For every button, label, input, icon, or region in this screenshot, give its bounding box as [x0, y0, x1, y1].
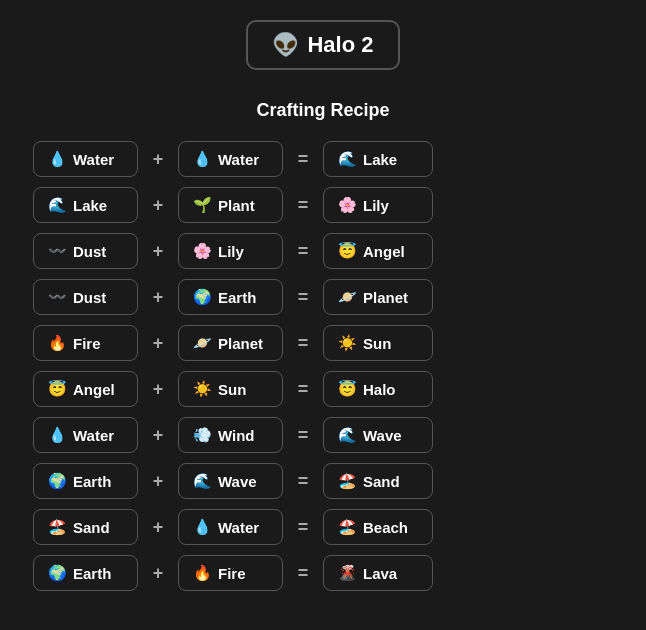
title-box: 👽 Halo 2 — [246, 20, 399, 70]
title-label: Halo 2 — [307, 32, 373, 58]
ingredient-a: 💧 Water — [33, 141, 138, 177]
result-box: 🌊 Lake — [323, 141, 433, 177]
ingredient-b: 💧 Water — [178, 509, 283, 545]
ingredient-a-icon: 🌍 — [48, 472, 67, 490]
result-icon: 😇 — [338, 242, 357, 260]
plus-operator: + — [150, 563, 166, 584]
equals-operator: = — [295, 333, 311, 354]
equals-operator: = — [295, 471, 311, 492]
result-label: Beach — [363, 519, 408, 536]
ingredient-b-label: Water — [218, 519, 259, 536]
equals-operator: = — [295, 149, 311, 170]
ingredient-a-label: Angel — [73, 381, 115, 398]
ingredient-a: 🌍 Earth — [33, 463, 138, 499]
plus-operator: + — [150, 149, 166, 170]
ingredient-b-label: Fire — [218, 565, 246, 582]
ingredient-b: 🪐 Planet — [178, 325, 283, 361]
ingredient-b: 💧 Water — [178, 141, 283, 177]
ingredient-a-icon: 🔥 — [48, 334, 67, 352]
equals-operator: = — [295, 563, 311, 584]
ingredient-a-icon: 〰️ — [48, 288, 67, 306]
ingredient-b: 🔥 Fire — [178, 555, 283, 591]
ingredient-b-label: Lily — [218, 243, 244, 260]
plus-operator: + — [150, 195, 166, 216]
ingredient-a-label: Fire — [73, 335, 101, 352]
ingredient-b-label: Water — [218, 151, 259, 168]
ingredient-b-icon: ☀️ — [193, 380, 212, 398]
result-icon: 😇 — [338, 380, 357, 398]
recipe-row: 🔥 Fire + 🪐 Planet = ☀️ Sun — [33, 325, 613, 361]
ingredient-a-label: Earth — [73, 565, 111, 582]
result-icon: 🌋 — [338, 564, 357, 582]
result-box: 🏖️ Sand — [323, 463, 433, 499]
ingredient-b-label: Earth — [218, 289, 256, 306]
ingredient-a: 〰️ Dust — [33, 233, 138, 269]
ingredient-b-label: Sun — [218, 381, 246, 398]
ingredient-a-label: Sand — [73, 519, 110, 536]
result-label: Sand — [363, 473, 400, 490]
ingredient-b-label: Wind — [218, 427, 255, 444]
recipe-row: 💧 Water + 💨 Wind = 🌊 Wave — [33, 417, 613, 453]
ingredient-b-icon: 🌸 — [193, 242, 212, 260]
equals-operator: = — [295, 241, 311, 262]
ingredient-b-label: Planet — [218, 335, 263, 352]
ingredient-a: 🌊 Lake — [33, 187, 138, 223]
recipe-row: 💧 Water + 💧 Water = 🌊 Lake — [33, 141, 613, 177]
recipe-row: 😇 Angel + ☀️ Sun = 😇 Halo — [33, 371, 613, 407]
plus-operator: + — [150, 287, 166, 308]
result-label: Halo — [363, 381, 396, 398]
ingredient-a-label: Water — [73, 151, 114, 168]
result-box: 🌊 Wave — [323, 417, 433, 453]
recipe-row: 〰️ Dust + 🌍 Earth = 🪐 Planet — [33, 279, 613, 315]
result-box: 🌸 Lily — [323, 187, 433, 223]
ingredient-a-label: Dust — [73, 289, 106, 306]
ingredient-a-label: Dust — [73, 243, 106, 260]
equals-operator: = — [295, 379, 311, 400]
ingredient-b: 🌊 Wave — [178, 463, 283, 499]
result-label: Angel — [363, 243, 405, 260]
result-label: Planet — [363, 289, 408, 306]
recipe-row: 🌍 Earth + 🔥 Fire = 🌋 Lava — [33, 555, 613, 591]
plus-operator: + — [150, 517, 166, 538]
ingredient-a: 💧 Water — [33, 417, 138, 453]
ingredient-b: ☀️ Sun — [178, 371, 283, 407]
ingredient-b: 🌸 Lily — [178, 233, 283, 269]
result-box: ☀️ Sun — [323, 325, 433, 361]
section-heading: Crafting Recipe — [256, 100, 389, 121]
ingredient-a-icon: 😇 — [48, 380, 67, 398]
ingredient-a-label: Lake — [73, 197, 107, 214]
ingredient-a: 〰️ Dust — [33, 279, 138, 315]
result-label: Lake — [363, 151, 397, 168]
ingredient-b-icon: 💧 — [193, 150, 212, 168]
title-icon: 👽 — [272, 32, 299, 58]
ingredient-a: 🏖️ Sand — [33, 509, 138, 545]
result-icon: 🌊 — [338, 150, 357, 168]
result-box: 😇 Angel — [323, 233, 433, 269]
ingredient-a-label: Water — [73, 427, 114, 444]
ingredient-a: 🔥 Fire — [33, 325, 138, 361]
result-label: Sun — [363, 335, 391, 352]
equals-operator: = — [295, 425, 311, 446]
result-label: Wave — [363, 427, 402, 444]
result-label: Lava — [363, 565, 397, 582]
ingredient-a: 🌍 Earth — [33, 555, 138, 591]
ingredient-b-icon: 🌱 — [193, 196, 212, 214]
ingredient-b-icon: 💨 — [193, 426, 212, 444]
recipe-row: 🌍 Earth + 🌊 Wave = 🏖️ Sand — [33, 463, 613, 499]
recipe-row: 〰️ Dust + 🌸 Lily = 😇 Angel — [33, 233, 613, 269]
plus-operator: + — [150, 333, 166, 354]
ingredient-b-icon: 💧 — [193, 518, 212, 536]
recipe-row: 🌊 Lake + 🌱 Plant = 🌸 Lily — [33, 187, 613, 223]
recipes-container: 💧 Water + 💧 Water = 🌊 Lake 🌊 Lake + 🌱 Pl… — [33, 141, 613, 591]
result-icon: 🏖️ — [338, 518, 357, 536]
plus-operator: + — [150, 471, 166, 492]
ingredient-a-icon: 💧 — [48, 426, 67, 444]
result-box: 😇 Halo — [323, 371, 433, 407]
result-icon: 🏖️ — [338, 472, 357, 490]
result-icon: 🌸 — [338, 196, 357, 214]
plus-operator: + — [150, 425, 166, 446]
equals-operator: = — [295, 287, 311, 308]
ingredient-b-label: Wave — [218, 473, 257, 490]
ingredient-b: 🌱 Plant — [178, 187, 283, 223]
ingredient-a-icon: 🌍 — [48, 564, 67, 582]
